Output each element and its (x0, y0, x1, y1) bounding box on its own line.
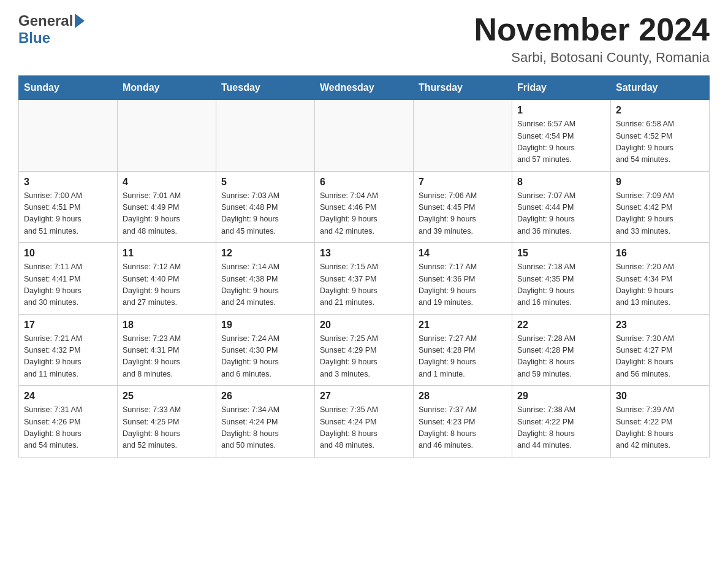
day-info: Sunrise: 7:30 AM Sunset: 4:27 PM Dayligh… (616, 333, 704, 381)
day-number: 23 (616, 320, 704, 331)
day-info: Sunrise: 7:11 AM Sunset: 4:41 PM Dayligh… (24, 261, 112, 309)
day-number: 9 (616, 177, 704, 188)
day-number: 5 (221, 177, 309, 188)
title-area: November 2024 Sarbi, Botosani County, Ro… (474, 12, 710, 66)
day-info: Sunrise: 7:31 AM Sunset: 4:26 PM Dayligh… (24, 404, 112, 452)
calendar-cell: 24Sunrise: 7:31 AM Sunset: 4:26 PM Dayli… (19, 386, 118, 458)
day-info: Sunrise: 7:34 AM Sunset: 4:24 PM Dayligh… (221, 404, 309, 452)
calendar-cell: 25Sunrise: 7:33 AM Sunset: 4:25 PM Dayli… (118, 386, 216, 458)
logo-arrow-icon (75, 13, 85, 28)
day-number: 29 (517, 391, 605, 402)
column-header-thursday: Thursday (414, 76, 512, 100)
calendar-cell: 20Sunrise: 7:25 AM Sunset: 4:29 PM Dayli… (315, 314, 414, 386)
calendar-week-row: 10Sunrise: 7:11 AM Sunset: 4:41 PM Dayli… (19, 243, 710, 315)
day-info: Sunrise: 7:35 AM Sunset: 4:24 PM Dayligh… (320, 404, 408, 452)
day-info: Sunrise: 7:04 AM Sunset: 4:46 PM Dayligh… (320, 190, 408, 238)
day-number: 13 (320, 248, 408, 259)
day-info: Sunrise: 7:12 AM Sunset: 4:40 PM Dayligh… (123, 261, 211, 309)
calendar-cell: 4Sunrise: 7:01 AM Sunset: 4:49 PM Daylig… (118, 171, 216, 243)
calendar-cell: 21Sunrise: 7:27 AM Sunset: 4:28 PM Dayli… (414, 314, 512, 386)
calendar-cell: 14Sunrise: 7:17 AM Sunset: 4:36 PM Dayli… (414, 243, 512, 315)
day-number: 27 (320, 391, 408, 402)
day-info: Sunrise: 7:15 AM Sunset: 4:37 PM Dayligh… (320, 261, 408, 309)
day-number: 18 (123, 320, 211, 331)
calendar-cell: 27Sunrise: 7:35 AM Sunset: 4:24 PM Dayli… (315, 386, 414, 458)
calendar-cell: 15Sunrise: 7:18 AM Sunset: 4:35 PM Dayli… (512, 243, 611, 315)
calendar-cell: 9Sunrise: 7:09 AM Sunset: 4:42 PM Daylig… (611, 171, 710, 243)
day-number: 16 (616, 248, 704, 259)
location-subtitle: Sarbi, Botosani County, Romania (474, 50, 710, 66)
day-number: 1 (517, 105, 605, 116)
calendar-cell: 29Sunrise: 7:38 AM Sunset: 4:22 PM Dayli… (512, 386, 611, 458)
day-info: Sunrise: 7:24 AM Sunset: 4:30 PM Dayligh… (221, 333, 309, 381)
calendar-cell: 26Sunrise: 7:34 AM Sunset: 4:24 PM Dayli… (216, 386, 315, 458)
day-number: 30 (616, 391, 704, 402)
logo-general-text: General (18, 12, 73, 29)
calendar-cell: 13Sunrise: 7:15 AM Sunset: 4:37 PM Dayli… (315, 243, 414, 315)
calendar-cell: 30Sunrise: 7:39 AM Sunset: 4:22 PM Dayli… (611, 386, 710, 458)
calendar-cell (118, 100, 216, 172)
day-number: 12 (221, 248, 309, 259)
day-info: Sunrise: 7:06 AM Sunset: 4:45 PM Dayligh… (419, 190, 507, 238)
column-header-saturday: Saturday (611, 76, 710, 100)
day-number: 8 (517, 177, 605, 188)
day-number: 17 (24, 320, 112, 331)
calendar-cell: 8Sunrise: 7:07 AM Sunset: 4:44 PM Daylig… (512, 171, 611, 243)
calendar-cell: 6Sunrise: 7:04 AM Sunset: 4:46 PM Daylig… (315, 171, 414, 243)
day-info: Sunrise: 7:18 AM Sunset: 4:35 PM Dayligh… (517, 261, 605, 309)
day-number: 10 (24, 248, 112, 259)
calendar-cell: 19Sunrise: 7:24 AM Sunset: 4:30 PM Dayli… (216, 314, 315, 386)
calendar-cell (216, 100, 315, 172)
day-info: Sunrise: 6:57 AM Sunset: 4:54 PM Dayligh… (517, 118, 605, 166)
calendar-week-row: 17Sunrise: 7:21 AM Sunset: 4:32 PM Dayli… (19, 314, 710, 386)
calendar-table: SundayMondayTuesdayWednesdayThursdayFrid… (18, 75, 710, 458)
calendar-header-row: SundayMondayTuesdayWednesdayThursdayFrid… (19, 76, 710, 100)
day-number: 2 (616, 105, 704, 116)
day-number: 22 (517, 320, 605, 331)
day-info: Sunrise: 7:33 AM Sunset: 4:25 PM Dayligh… (123, 404, 211, 452)
day-info: Sunrise: 7:14 AM Sunset: 4:38 PM Dayligh… (221, 261, 309, 309)
page-header: General Blue November 2024 Sarbi, Botosa… (18, 12, 710, 66)
calendar-cell: 5Sunrise: 7:03 AM Sunset: 4:48 PM Daylig… (216, 171, 315, 243)
day-number: 26 (221, 391, 309, 402)
day-number: 21 (419, 320, 507, 331)
day-info: Sunrise: 7:27 AM Sunset: 4:28 PM Dayligh… (419, 333, 507, 381)
calendar-cell: 1Sunrise: 6:57 AM Sunset: 4:54 PM Daylig… (512, 100, 611, 172)
calendar-week-row: 24Sunrise: 7:31 AM Sunset: 4:26 PM Dayli… (19, 386, 710, 458)
column-header-sunday: Sunday (19, 76, 118, 100)
day-number: 3 (24, 177, 112, 188)
day-info: Sunrise: 7:25 AM Sunset: 4:29 PM Dayligh… (320, 333, 408, 381)
day-info: Sunrise: 7:20 AM Sunset: 4:34 PM Dayligh… (616, 261, 704, 309)
day-number: 14 (419, 248, 507, 259)
day-info: Sunrise: 7:09 AM Sunset: 4:42 PM Dayligh… (616, 190, 704, 238)
calendar-cell: 7Sunrise: 7:06 AM Sunset: 4:45 PM Daylig… (414, 171, 512, 243)
calendar-cell: 2Sunrise: 6:58 AM Sunset: 4:52 PM Daylig… (611, 100, 710, 172)
calendar-cell: 3Sunrise: 7:00 AM Sunset: 4:51 PM Daylig… (19, 171, 118, 243)
calendar-cell: 17Sunrise: 7:21 AM Sunset: 4:32 PM Dayli… (19, 314, 118, 386)
day-number: 6 (320, 177, 408, 188)
day-number: 15 (517, 248, 605, 259)
logo: General Blue (18, 12, 85, 47)
day-info: Sunrise: 7:00 AM Sunset: 4:51 PM Dayligh… (24, 190, 112, 238)
column-header-tuesday: Tuesday (216, 76, 315, 100)
calendar-cell: 18Sunrise: 7:23 AM Sunset: 4:31 PM Dayli… (118, 314, 216, 386)
day-info: Sunrise: 7:07 AM Sunset: 4:44 PM Dayligh… (517, 190, 605, 238)
calendar-cell: 10Sunrise: 7:11 AM Sunset: 4:41 PM Dayli… (19, 243, 118, 315)
day-info: Sunrise: 7:21 AM Sunset: 4:32 PM Dayligh… (24, 333, 112, 381)
calendar-cell (414, 100, 512, 172)
calendar-week-row: 1Sunrise: 6:57 AM Sunset: 4:54 PM Daylig… (19, 100, 710, 172)
day-info: Sunrise: 6:58 AM Sunset: 4:52 PM Dayligh… (616, 118, 704, 166)
day-info: Sunrise: 7:23 AM Sunset: 4:31 PM Dayligh… (123, 333, 211, 381)
day-number: 20 (320, 320, 408, 331)
calendar-cell (315, 100, 414, 172)
day-info: Sunrise: 7:01 AM Sunset: 4:49 PM Dayligh… (123, 190, 211, 238)
day-info: Sunrise: 7:39 AM Sunset: 4:22 PM Dayligh… (616, 404, 704, 452)
day-number: 19 (221, 320, 309, 331)
calendar-cell: 28Sunrise: 7:37 AM Sunset: 4:23 PM Dayli… (414, 386, 512, 458)
calendar-cell: 22Sunrise: 7:28 AM Sunset: 4:28 PM Dayli… (512, 314, 611, 386)
calendar-cell: 23Sunrise: 7:30 AM Sunset: 4:27 PM Dayli… (611, 314, 710, 386)
column-header-friday: Friday (512, 76, 611, 100)
day-number: 11 (123, 248, 211, 259)
month-title: November 2024 (474, 12, 710, 47)
calendar-week-row: 3Sunrise: 7:00 AM Sunset: 4:51 PM Daylig… (19, 171, 710, 243)
